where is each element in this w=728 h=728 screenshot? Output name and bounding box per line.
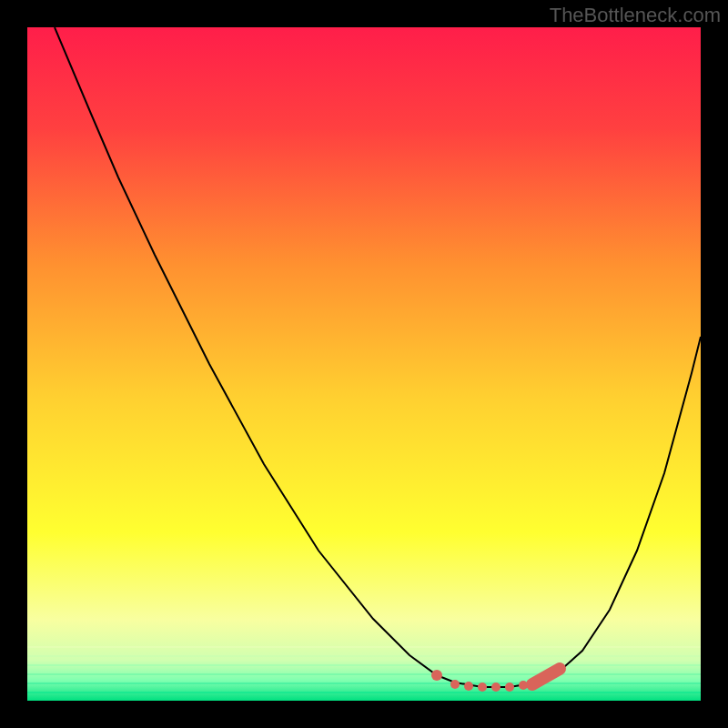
- gradient-background: [27, 27, 701, 701]
- svg-point-6: [431, 670, 442, 681]
- chart-svg: [27, 27, 701, 701]
- svg-rect-5: [27, 692, 701, 693]
- svg-rect-2: [27, 664, 701, 666]
- svg-rect-0: [27, 646, 701, 648]
- svg-point-10: [491, 682, 500, 692]
- watermark-text: TheBottleneck.com: [550, 4, 721, 27]
- chart-container: TheBottleneck.com: [0, 0, 728, 728]
- bottom-border: [0, 701, 728, 728]
- svg-rect-3: [27, 673, 701, 675]
- svg-point-11: [505, 682, 514, 692]
- svg-point-9: [478, 682, 487, 692]
- svg-rect-4: [27, 682, 701, 684]
- svg-rect-1: [27, 655, 701, 657]
- right-border: [701, 27, 728, 701]
- svg-point-8: [464, 682, 473, 691]
- left-border: [0, 27, 27, 701]
- svg-point-7: [450, 680, 460, 689]
